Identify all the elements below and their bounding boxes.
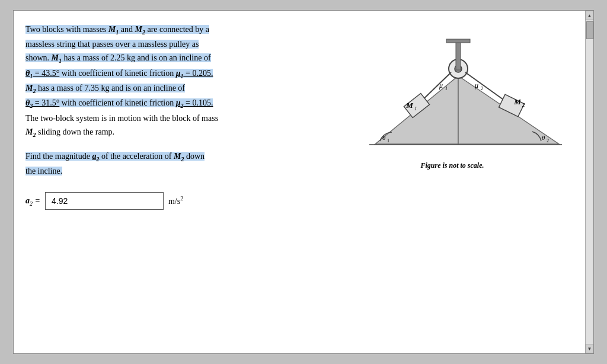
answer-label: a2 =: [25, 194, 40, 209]
text-two-blocks: Two blocks with masses M1 and M2 are con…: [25, 25, 209, 34]
svg-rect-5: [446, 39, 470, 43]
problem-text: Two blocks with masses M1 and M2 are con…: [25, 23, 322, 210]
svg-text:μ: μ: [474, 81, 478, 90]
svg-text:2: 2: [547, 138, 549, 143]
svg-text:θ: θ: [382, 134, 386, 141]
svg-text:M: M: [513, 97, 521, 106]
svg-text:2: 2: [522, 102, 525, 108]
content-area: Two blocks with masses M1 and M2 are con…: [14, 11, 585, 353]
svg-text:1: 1: [414, 106, 417, 111]
text-line5: M2 has a mass of 7.35 kg and is on an in…: [25, 84, 185, 92]
text-line4: θ1 = 43.5° with coefficient of kinetic f…: [25, 69, 213, 78]
question-section: Find the magnitude a2 of the acceleratio…: [25, 149, 322, 178]
text-line6: θ2 = 31.5° with coefficient of kinetic f…: [25, 98, 213, 107]
text-line2: massless string that passes over a massl…: [25, 40, 199, 49]
svg-text:1: 1: [445, 86, 448, 91]
unit-label: m/s2: [168, 194, 183, 208]
scroll-up-arrow[interactable]: ▲: [586, 11, 594, 20]
physics-diagram: M 1 μ 1 μ 2 M 2 θ: [340, 28, 565, 159]
answer-input[interactable]: [45, 192, 164, 210]
text-line7: The two-block system is in motion with t…: [25, 114, 218, 123]
svg-text:μ: μ: [439, 81, 443, 90]
scrollbar[interactable]: ▲ ▼: [585, 11, 593, 353]
svg-rect-4: [456, 40, 461, 70]
text-line3: shown. M1 has a mass of 2.25 kg and is o…: [25, 53, 211, 62]
question-text: Find the magnitude a2 of the acceleratio…: [25, 152, 205, 161]
right-panel: M 1 μ 1 μ 2 M 2 θ: [334, 23, 571, 341]
answer-section: a2 = m/s2: [25, 192, 322, 210]
svg-text:1: 1: [387, 138, 389, 143]
left-panel: Two blocks with masses M1 and M2 are con…: [25, 23, 334, 341]
question-text2: the incline.: [25, 167, 62, 175]
svg-text:2: 2: [481, 86, 483, 91]
svg-text:M: M: [405, 101, 413, 110]
text-line8: M2 sliding down the ramp.: [25, 127, 114, 136]
text-line1: Two blocks with masses M1 and M2 are con…: [25, 25, 209, 34]
figure-caption: Figure is not to scale.: [420, 161, 484, 170]
diagram-container: M 1 μ 1 μ 2 M 2 θ: [340, 28, 565, 159]
scroll-thumb[interactable]: [586, 21, 593, 39]
main-window: ▲ ▼ Two blocks with masses M1 and M2 are…: [13, 10, 594, 354]
svg-text:θ: θ: [542, 134, 545, 141]
scroll-down-arrow[interactable]: ▼: [586, 344, 594, 353]
